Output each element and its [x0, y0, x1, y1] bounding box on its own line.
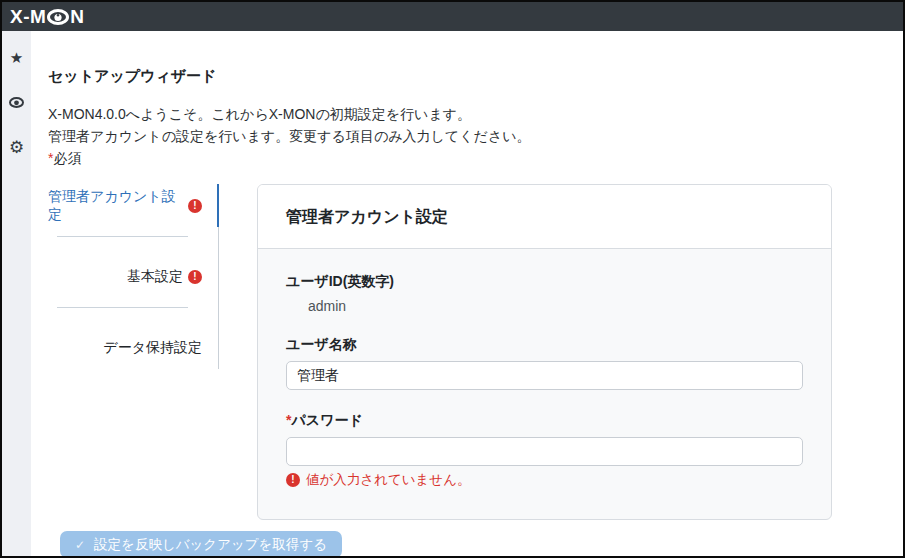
check-icon: ✓ — [75, 539, 85, 551]
step-data-retention[interactable]: データ保持設定 — [48, 326, 219, 369]
gear-icon[interactable]: ⚙ — [9, 139, 25, 155]
required-note: *必須 — [48, 147, 903, 169]
star-icon[interactable]: ★ — [9, 49, 25, 65]
logo-text-left: X-M — [10, 7, 46, 26]
error-message: 値が入力されていません。 — [306, 471, 471, 489]
page-title: セットアップウィザード — [48, 67, 903, 86]
admin-account-panel: 管理者アカウント設定 ユーザID(英数字) admin ユーザ名称 *パスワード — [257, 184, 832, 520]
wizard-step-nav: 管理者アカウント設定 ! 基本設定 ! データ保持設定 — [48, 184, 219, 369]
intro-line-1: X-MON4.0.0へようこそ。これからX-MONの初期設定を行います。 — [48, 106, 471, 122]
step-label: 基本設定 — [127, 268, 183, 286]
step-admin-account[interactable]: 管理者アカウント設定 ! — [48, 184, 219, 227]
password-error: ! 値が入力されていません。 — [286, 471, 803, 489]
user-id-value: admin — [308, 298, 803, 314]
user-name-label: ユーザ名称 — [286, 336, 357, 352]
main-content: セットアップウィザード X-MON4.0.0へようこそ。これからX-MONの初期… — [31, 31, 903, 556]
apply-backup-button[interactable]: ✓ 設定を反映しバックアップを取得する — [60, 531, 342, 558]
user-id-label: ユーザID(英数字) — [286, 273, 803, 291]
step-basic-settings[interactable]: 基本設定 ! — [48, 255, 219, 298]
step-label: 管理者アカウント設定 — [48, 188, 183, 224]
user-name-field: ユーザ名称 — [286, 335, 803, 390]
password-label: *パスワード — [286, 412, 363, 428]
password-input[interactable] — [286, 437, 803, 466]
step-label: データ保持設定 — [103, 339, 202, 357]
x-mon-logo[interactable]: X-M N — [10, 7, 85, 26]
step-divider — [57, 236, 188, 237]
setup-wizard: 管理者アカウント設定 ! 基本設定 ! データ保持設定 管理者アカウント設定 — [48, 184, 903, 520]
user-id-field: ユーザID(英数字) admin — [286, 273, 803, 314]
password-field: *パスワード ! 値が入力されていません。 — [286, 411, 803, 489]
user-name-input[interactable] — [286, 361, 803, 390]
topbar: X-M N — [2, 2, 903, 31]
x-mon-setup-screen: X-M N ★ ⚙ セットアップウィザード X-MON4.0.0へようこ — [0, 0, 905, 558]
sidebar: ★ ⚙ — [2, 31, 31, 556]
alert-icon: ! — [286, 473, 300, 487]
intro-line-2: 管理者アカウントの設定を行います。変更する項目のみ入力してください。 — [48, 128, 531, 144]
logo-text-right: N — [70, 7, 84, 26]
intro-text: X-MON4.0.0へようこそ。これからX-MONの初期設定を行います。 管理者… — [48, 103, 903, 147]
panel-title: 管理者アカウント設定 — [258, 185, 831, 249]
eye-o-icon — [47, 9, 69, 25]
alert-icon: ! — [188, 270, 202, 284]
apply-backup-label: 設定を反映しバックアップを取得する — [94, 538, 327, 552]
eye-icon[interactable] — [9, 94, 25, 110]
alert-icon: ! — [188, 199, 202, 213]
panel-body: ユーザID(英数字) admin ユーザ名称 *パスワード ! — [258, 249, 831, 519]
step-divider — [57, 307, 188, 308]
